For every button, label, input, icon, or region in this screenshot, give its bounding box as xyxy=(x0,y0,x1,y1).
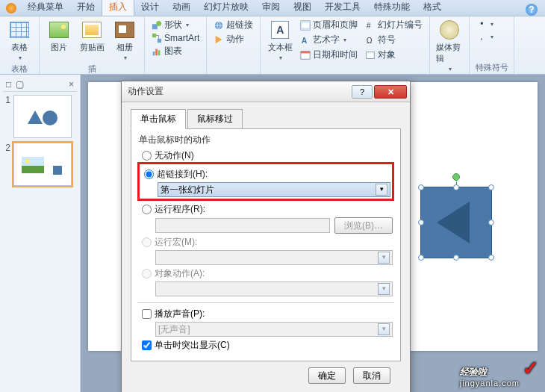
tab-review[interactable]: 审阅 xyxy=(255,0,287,16)
option-none[interactable]: 无动作(N) xyxy=(142,149,393,162)
resize-handle[interactable] xyxy=(418,220,424,225)
macro-combo: ▾ xyxy=(155,250,393,265)
picture-button[interactable]: 图片 xyxy=(44,18,74,63)
textbox-button[interactable]: A文本框 xyxy=(265,18,295,63)
group-label-illustrations: 插 xyxy=(44,63,140,75)
resize-handle[interactable] xyxy=(453,184,459,190)
checkbox-play-sound[interactable]: 播放声音(P): xyxy=(142,308,393,320)
tab-developer[interactable]: 开发工具 xyxy=(318,0,367,16)
option-run-program[interactable]: 运行程序(R): xyxy=(142,203,393,216)
tab-mouse-over[interactable]: 鼠标移过 xyxy=(187,109,243,129)
radio-hyperlink[interactable] xyxy=(144,169,154,179)
resize-handle[interactable] xyxy=(453,255,459,261)
hyperlink-combo[interactable]: 第一张幻灯片 ▾ xyxy=(158,182,390,197)
tab-slideshow[interactable]: 幻灯片放映 xyxy=(197,0,255,16)
dialog-close-button[interactable]: ✕ xyxy=(374,85,407,99)
browse-button[interactable]: 浏览(B)… xyxy=(334,217,393,234)
office-button[interactable] xyxy=(6,3,16,13)
selected-shape[interactable] xyxy=(420,187,492,258)
dialog-help-button[interactable]: ? xyxy=(352,85,373,99)
action-button[interactable]: 动作 xyxy=(211,32,246,46)
album-button[interactable]: 相册 xyxy=(110,18,140,63)
sound-combo: [无声音] ▾ xyxy=(155,322,393,337)
special-comma-button[interactable]: ， xyxy=(474,30,496,44)
wordart-button[interactable]: A艺术字 xyxy=(298,33,360,47)
tab-insert[interactable]: 插入 xyxy=(102,0,134,16)
svg-marker-18 xyxy=(28,111,43,124)
resize-handle[interactable] xyxy=(418,184,424,190)
dropdown-arrow-icon: ▾ xyxy=(378,252,390,264)
panel-close-icon[interactable]: × xyxy=(69,79,74,90)
table-label: 表格 xyxy=(11,42,28,53)
slidenumber-button[interactable]: #幻灯片编号 xyxy=(363,18,425,32)
svg-text:Ω: Ω xyxy=(367,36,373,45)
dropdown-arrow-icon[interactable]: ▾ xyxy=(376,184,387,196)
tab-mouse-click[interactable]: 单击鼠标 xyxy=(131,109,186,129)
svg-rect-14 xyxy=(301,51,310,53)
tab-special[interactable]: 特殊功能 xyxy=(367,0,417,16)
tab-classic[interactable]: 经典菜单 xyxy=(21,0,70,16)
slide-thumb-2[interactable]: 2 xyxy=(3,143,77,186)
special-char-button[interactable]: • xyxy=(474,18,496,30)
smartart-button[interactable]: SmartArt xyxy=(149,32,202,44)
svg-rect-2 xyxy=(152,34,156,37)
svg-point-22 xyxy=(25,159,30,164)
object-button[interactable]: 对象 xyxy=(363,48,425,62)
check-highlight[interactable] xyxy=(142,340,152,350)
action-settings-dialog: 动作设置 ? ✕ 单击鼠标 鼠标移过 单击鼠标时的动作 无动作(N) 超链接到(… xyxy=(121,81,411,392)
thumbnail-1 xyxy=(13,95,72,138)
option-hyperlink[interactable]: 超链接到(H): xyxy=(144,168,390,181)
tab-format[interactable]: 格式 xyxy=(417,0,448,16)
slide-thumb-1[interactable]: 1 xyxy=(3,95,77,138)
tab-animation[interactable]: 动画 xyxy=(166,0,197,16)
svg-rect-23 xyxy=(53,166,62,175)
clipart-button[interactable]: 剪贴画 xyxy=(77,18,107,63)
hyperlink-value: 第一张幻灯片 xyxy=(161,184,214,196)
triangle-icon xyxy=(437,202,470,243)
dialog-titlebar[interactable]: 动作设置 ? ✕ xyxy=(122,81,410,102)
checkbox-highlight-click[interactable]: 单击时突出显示(C) xyxy=(142,339,393,352)
chart-button[interactable]: 图表 xyxy=(149,44,184,58)
group-special: • ， 特殊符号 xyxy=(470,16,514,74)
tab-home[interactable]: 开始 xyxy=(70,0,102,16)
radio-none[interactable] xyxy=(142,151,152,161)
check-sound[interactable] xyxy=(142,309,152,319)
group-illustrations: 形状 SmartArt 图表 xyxy=(145,16,207,74)
slides-tab-icon[interactable]: ▢ xyxy=(16,79,24,90)
datetime-button[interactable]: 日期和时间 xyxy=(298,48,360,62)
highlighted-option: 超链接到(H): 第一张幻灯片 ▾ xyxy=(137,162,394,201)
outline-tab-icon[interactable]: □ xyxy=(6,79,11,90)
media-button[interactable]: 媒体剪辑 xyxy=(435,18,464,74)
run-program-input xyxy=(155,218,330,233)
watermark: 经验啦 jingyanla.com ✓ xyxy=(460,357,539,388)
option-macro: 运行宏(M): xyxy=(142,236,393,249)
ribbon-tabs: 经典菜单 开始 插入 设计 动画 幻灯片放映 审阅 视图 开发工具 特殊功能 格… xyxy=(0,0,545,16)
dropdown-arrow-icon: ▾ xyxy=(378,283,390,295)
svg-rect-3 xyxy=(158,39,161,43)
ok-button[interactable]: 确定 xyxy=(308,367,346,384)
group-images: 图片 剪贴画 相册 插 xyxy=(40,16,145,74)
tab-view[interactable]: 视图 xyxy=(287,0,318,16)
dropdown-arrow-icon: ▾ xyxy=(378,323,390,335)
object-action-combo: ▾ xyxy=(155,281,393,296)
radio-run[interactable] xyxy=(142,205,152,214)
tab-design[interactable]: 设计 xyxy=(134,0,166,16)
rotate-handle[interactable] xyxy=(452,173,460,181)
cancel-button[interactable]: 取消 xyxy=(353,367,390,384)
svg-rect-5 xyxy=(155,49,158,55)
slides-panel: □ ▢ × 1 2 xyxy=(0,75,81,392)
svg-rect-21 xyxy=(22,166,44,173)
resize-handle[interactable] xyxy=(488,220,494,225)
resize-handle[interactable] xyxy=(488,255,494,261)
help-icon[interactable]: ? xyxy=(526,4,538,16)
shapes-button[interactable]: 形状 xyxy=(149,18,191,32)
table-button[interactable]: 表格 xyxy=(4,18,34,63)
symbol-button[interactable]: Ω符号 xyxy=(363,33,425,47)
svg-rect-4 xyxy=(153,52,155,55)
hyperlink-button[interactable]: 超链接 xyxy=(211,18,255,32)
resize-handle[interactable] xyxy=(418,255,424,261)
section-label: 单击鼠标时的动作 xyxy=(139,134,393,146)
headerfooter-button[interactable]: 页眉和页脚 xyxy=(298,18,360,32)
svg-marker-8 xyxy=(216,35,222,43)
resize-handle[interactable] xyxy=(488,184,494,190)
